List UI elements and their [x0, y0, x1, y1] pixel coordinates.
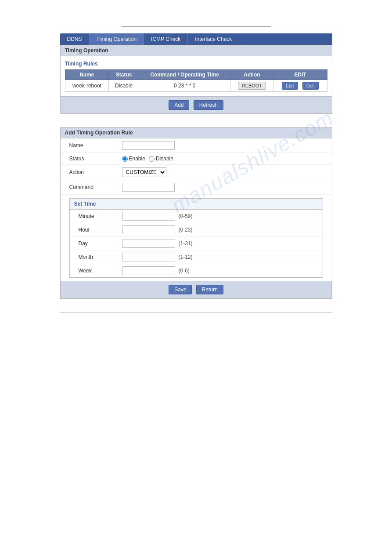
status-label: Status — [69, 156, 122, 162]
month-input[interactable] — [122, 253, 175, 261]
refresh-button[interactable]: Refresh — [194, 100, 223, 110]
row-command: 0 23 * * 0 — [139, 80, 230, 92]
command-label: Command — [69, 184, 122, 190]
enable-radio[interactable] — [122, 156, 128, 162]
col-command: Command / Operating Time — [139, 70, 230, 80]
add-section-header: Add Timing Operation Rule — [61, 127, 332, 138]
name-control — [122, 141, 323, 150]
bottom-divider — [60, 312, 332, 312]
week-label: Week — [79, 268, 122, 274]
day-row: Day (1-31) — [70, 237, 323, 250]
day-label: Day — [79, 240, 122, 247]
month-range: (1-12) — [179, 254, 193, 260]
action-select[interactable]: CUSTOMIZE REBOOT — [122, 167, 166, 177]
week-row: Week (0-6) — [70, 264, 323, 277]
disable-radio[interactable] — [149, 156, 155, 162]
hour-row: Hour (0-23) — [70, 223, 323, 237]
row-edit-del: Edit Del. — [273, 80, 327, 92]
col-action: Action — [230, 70, 273, 80]
command-input[interactable] — [122, 183, 175, 192]
col-edit: EDIT — [273, 70, 327, 80]
delete-button[interactable]: Del. — [302, 82, 319, 90]
month-label: Month — [79, 254, 122, 260]
timing-action-bar: Add Refresh — [60, 97, 332, 114]
enable-label: Enable — [129, 156, 145, 162]
tab-timing-operation[interactable]: Timing Operation — [90, 33, 144, 45]
week-input[interactable] — [122, 266, 175, 275]
table-row: week-reboot Disable 0 23 * * 0 REBOOT Ed… — [65, 80, 327, 92]
add-timing-section: Add Timing Operation Rule Name Status En… — [60, 127, 332, 299]
tab-icmp-check[interactable]: ICMP Check — [144, 33, 188, 45]
minute-row: Minute (0-59) — [70, 210, 323, 223]
timing-operation-section: Timing Operation Timing Rules Name Statu… — [60, 45, 332, 97]
name-row: Name — [61, 138, 332, 153]
name-label: Name — [69, 142, 122, 149]
action-control: CUSTOMIZE REBOOT — [122, 167, 323, 177]
col-status: Status — [109, 70, 139, 80]
save-button[interactable]: Save — [169, 285, 192, 294]
disable-label: Disable — [156, 156, 173, 162]
section-header: Timing Operation — [61, 45, 332, 56]
edit-button[interactable]: Edit — [282, 82, 298, 90]
action-label: Action — [69, 169, 122, 175]
status-control: Enable Disable — [122, 156, 323, 162]
status-row: Status Enable Disable — [61, 153, 332, 165]
section-content: Timing Rules Name Status Command / Opera… — [61, 56, 332, 96]
tab-interface-check[interactable]: Interface Check — [188, 33, 239, 45]
reboot-button[interactable]: REBOOT — [238, 82, 266, 90]
hour-label: Hour — [79, 227, 122, 233]
day-range: (1-31) — [179, 240, 193, 247]
minute-label: Minute — [79, 213, 122, 219]
return-button[interactable]: Return — [196, 285, 223, 294]
top-divider — [122, 26, 271, 27]
minute-range: (0-59) — [179, 213, 193, 219]
command-control — [122, 183, 323, 192]
row-name: week-reboot — [65, 80, 109, 92]
month-row: Month (1-12) — [70, 250, 323, 264]
add-button[interactable]: Add — [169, 100, 189, 110]
tab-ddns[interactable]: DDNS — [60, 33, 90, 45]
tabs-bar: DDNS Timing Operation ICMP Check Interfa… — [60, 33, 332, 45]
action-row: Action CUSTOMIZE REBOOT — [61, 165, 332, 180]
name-input[interactable] — [122, 141, 175, 150]
command-row: Command — [61, 180, 332, 195]
col-name: Name — [65, 70, 109, 80]
timing-rules-label: Timing Rules — [65, 61, 327, 67]
minute-input[interactable] — [122, 212, 175, 221]
week-range: (0-6) — [179, 268, 190, 274]
hour-range: (0-23) — [179, 227, 193, 233]
timing-rules-table: Name Status Command / Operating Time Act… — [65, 69, 327, 92]
row-status: Disable — [109, 80, 139, 92]
disable-radio-label[interactable]: Disable — [149, 156, 173, 162]
set-time-header: Set Time — [70, 199, 323, 210]
set-time-box: Set Time Minute (0-59) Hour (0-23) Day (… — [69, 198, 323, 278]
add-rule-action-bar: Save Return — [61, 281, 332, 298]
hour-input[interactable] — [122, 225, 175, 234]
enable-radio-label[interactable]: Enable — [122, 156, 145, 162]
day-input[interactable] — [122, 239, 175, 248]
row-action: REBOOT — [230, 80, 273, 92]
